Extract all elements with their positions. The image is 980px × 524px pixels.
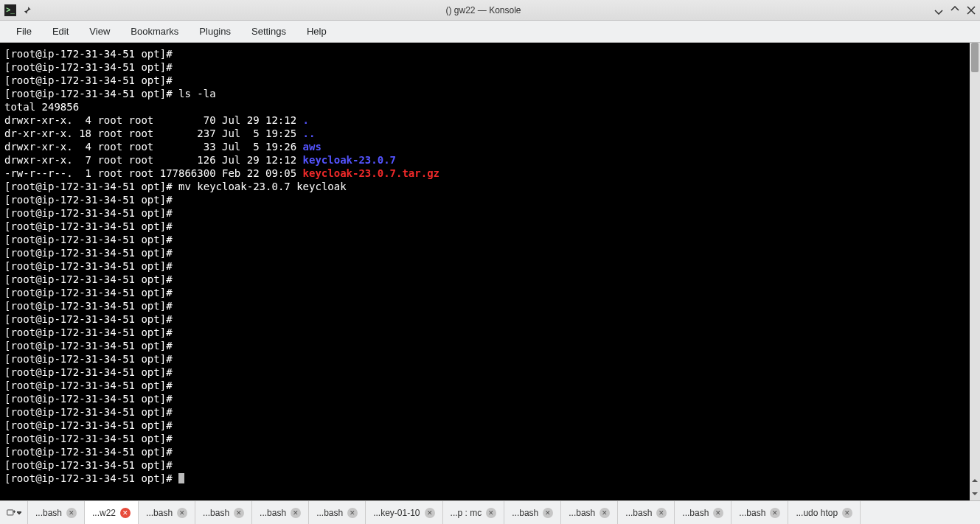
tab-close-icon[interactable]: ✕ — [842, 508, 852, 518]
minimize-icon[interactable] — [934, 6, 943, 15]
tab-close-icon[interactable]: ✕ — [66, 508, 77, 518]
tab-close-icon[interactable]: ✕ — [600, 508, 610, 518]
tab-close-icon[interactable]: ✕ — [543, 508, 553, 518]
tab-3[interactable]: ...bash✕ — [195, 501, 252, 524]
menu-bookmarks[interactable]: Bookmarks — [120, 26, 189, 37]
tab-close-icon[interactable]: ✕ — [656, 508, 667, 518]
scroll-down-icon[interactable] — [970, 487, 980, 500]
tab-label: ...bash — [512, 508, 538, 518]
maximize-icon[interactable] — [951, 6, 959, 15]
tab-label: ...bash — [739, 508, 765, 518]
tab-close-icon[interactable]: ✕ — [713, 508, 723, 518]
tab-close-icon[interactable]: ✕ — [120, 508, 131, 518]
tab-12[interactable]: ...bash✕ — [731, 501, 788, 524]
close-icon[interactable] — [967, 6, 976, 15]
menu-help[interactable]: Help — [296, 26, 337, 37]
window-title: () gw22 — Konsole — [32, 5, 934, 15]
new-tab-button[interactable] — [0, 501, 28, 524]
tab-label: ...bash — [625, 508, 652, 518]
tab-6[interactable]: ...key-01-10✕ — [366, 501, 442, 524]
tab-13[interactable]: ...udo htop✕ — [788, 501, 861, 524]
tab-label: ...bash — [682, 508, 709, 518]
scroll-up-icon[interactable] — [970, 474, 980, 487]
menu-edit[interactable]: Edit — [42, 26, 79, 37]
tab-1[interactable]: ...w22✕ — [85, 501, 139, 524]
tab-7[interactable]: ...p : mc✕ — [443, 501, 505, 524]
terminal-cursor — [178, 473, 184, 483]
scrollbar-thumb[interactable] — [971, 43, 979, 72]
tab-8[interactable]: ...bash✕ — [504, 501, 561, 524]
tab-label: ...bash — [260, 508, 286, 518]
tab-label: ...bash — [569, 508, 595, 518]
tab-label: ...p : mc — [451, 508, 482, 518]
tab-10[interactable]: ...bash✕ — [618, 501, 675, 524]
tab-label: ...key-01-10 — [373, 508, 420, 518]
tab-close-icon[interactable]: ✕ — [770, 508, 780, 518]
tab-9[interactable]: ...bash✕ — [561, 501, 618, 524]
tab-5[interactable]: ...bash✕ — [309, 501, 366, 524]
tab-close-icon[interactable]: ✕ — [347, 508, 358, 518]
tab-label: ...udo htop — [796, 508, 838, 518]
tab-close-icon[interactable]: ✕ — [425, 508, 435, 518]
terminal-area[interactable]: [root@ip-172-31-34-51 opt]# [root@ip-172… — [0, 43, 980, 500]
terminal-output[interactable]: [root@ip-172-31-34-51 opt]# [root@ip-172… — [0, 43, 970, 500]
tab-label: ...w22 — [92, 508, 116, 518]
tab-4[interactable]: ...bash✕ — [252, 501, 309, 524]
tabbar: ...bash✕...w22✕...bash✕...bash✕...bash✕.… — [0, 500, 980, 524]
titlebar: >_ () gw22 — Konsole — [0, 0, 980, 21]
svg-rect-0 — [7, 509, 13, 514]
tab-label: ...bash — [35, 508, 62, 518]
konsole-app-icon: >_ — [4, 4, 16, 16]
tab-11[interactable]: ...bash✕ — [675, 501, 731, 524]
menu-file[interactable]: File — [6, 26, 42, 37]
tab-close-icon[interactable]: ✕ — [234, 508, 244, 518]
tab-2[interactable]: ...bash✕ — [139, 501, 195, 524]
tab-label: ...bash — [146, 508, 173, 518]
tab-label: ...bash — [203, 508, 229, 518]
menubar: File Edit View Bookmarks Plugins Setting… — [0, 21, 980, 43]
pin-icon[interactable] — [22, 5, 32, 15]
tab-0[interactable]: ...bash✕ — [28, 501, 85, 524]
tab-close-icon[interactable]: ✕ — [177, 508, 187, 518]
menu-plugins[interactable]: Plugins — [189, 26, 241, 37]
menu-view[interactable]: View — [79, 26, 120, 37]
scrollbar[interactable] — [970, 43, 980, 500]
tab-label: ...bash — [316, 508, 343, 518]
tab-close-icon[interactable]: ✕ — [486, 508, 496, 518]
menu-settings[interactable]: Settings — [241, 26, 296, 37]
tab-close-icon[interactable]: ✕ — [291, 508, 301, 518]
